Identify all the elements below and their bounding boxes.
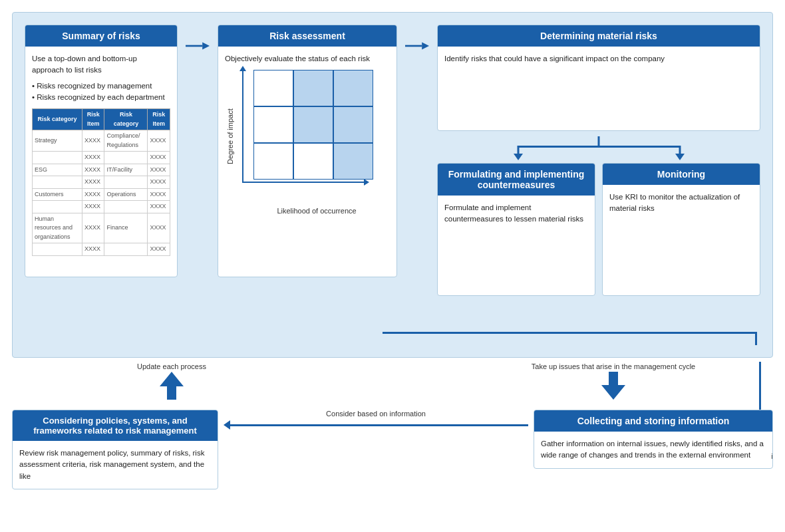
collecting-body: Gather information on internal issues, n… [534, 432, 772, 468]
bottom-bar-container [25, 332, 760, 345]
summary-intro: Use a top-down and bottom-up approach to… [32, 53, 170, 76]
determining-desc: Identify risks that could have a signifi… [444, 53, 753, 65]
cell-2-3 [333, 106, 373, 143]
svg-marker-3 [422, 43, 429, 50]
summary-bullets: Risks recognized by management Risks rec… [32, 80, 170, 104]
up-arrow-stem-big [167, 386, 176, 400]
cell-1-2 [293, 70, 333, 106]
determining-header: Determining material risks [438, 25, 760, 47]
svg-marker-1 [202, 43, 210, 50]
transition-section: Update each process Take up issues that … [12, 358, 773, 404]
takeup-arrow-section: Take up issues that arise in the managem… [514, 362, 713, 400]
down-arrow-stem-big [609, 372, 618, 385]
left-arrow-head [224, 420, 230, 430]
split-left-arrow-head [514, 154, 523, 160]
split-right-arrow-head [675, 154, 685, 160]
monitoring-box: Monitoring Use KRI to monitor the actual… [602, 163, 760, 296]
table-row: Human resources and organizationsXXXXFin… [33, 213, 170, 243]
bullet-2: Risks recognized by each department [32, 92, 170, 103]
update-arrow-section: Update each process [78, 362, 265, 400]
cell-3-2 [293, 143, 333, 180]
determining-body: Identify risks that could have a signifi… [438, 47, 760, 71]
monitoring-desc: Use KRI to monitor the actualization of … [609, 192, 753, 215]
right-lower-boxes: Formulating and implementing countermeas… [437, 163, 760, 296]
determining-box: Determining material risks Identify risk… [437, 25, 760, 131]
consider-label: Consider based on information [326, 410, 426, 418]
arrow-summary-to-assessment [186, 38, 210, 54]
left-arrow-stem [230, 424, 528, 426]
countermeasures-desc: Formulate and implement countermeasures … [444, 202, 588, 225]
right-vbar-connect [759, 362, 761, 410]
summary-header: Summary of risks [25, 25, 177, 47]
consider-arrow-section: Consider based on information [218, 410, 534, 430]
table-row: XXXXXXXX [33, 152, 170, 164]
countermeasures-header: Formulating and implementing countermeas… [438, 164, 595, 196]
split-bar-h [518, 146, 680, 148]
external-info-section: Pick up external information [764, 417, 773, 460]
monitoring-body: Use KRI to monitor the actualization of … [603, 185, 760, 221]
policies-body: Review risk management policy, summary o… [13, 441, 218, 489]
policies-box: Considering policies, systems, and frame… [12, 410, 218, 489]
summary-box: Summary of risks Use a top-down and bott… [25, 25, 178, 277]
monitoring-header: Monitoring [603, 164, 760, 185]
th-1: Risk category [33, 109, 82, 130]
top-flow-row: Summary of risks Use a top-down and bott… [25, 25, 760, 327]
risk-assessment-desc: Objectively evaluate the status of each … [225, 53, 390, 65]
risk-assessment-body: Objectively evaluate the status of each … [218, 47, 396, 227]
cell-2-1 [253, 106, 293, 143]
summary-body: Use a top-down and bottom-up approach to… [25, 47, 177, 263]
table-row: CustomersXXXXOperationsXXXX [33, 188, 170, 201]
cell-2-2 [293, 106, 333, 143]
axis-x-label: Likelihood of occurrence [243, 203, 390, 217]
cell-1-1 [253, 70, 293, 106]
bullet-1: Risks recognized by management [32, 80, 170, 92]
pickup-label: Pick up external information [764, 438, 773, 460]
risk-assessment-header: Risk assessment [218, 25, 396, 47]
axis-y-label: Degree of impact [225, 83, 236, 190]
update-label: Update each process [137, 362, 206, 370]
collecting-header: Collecting and storing information [534, 410, 772, 432]
cell-3-1 [253, 143, 293, 180]
table-row: XXXXXXXX [33, 176, 170, 189]
cell-1-3 [333, 70, 373, 106]
takeup-label: Take up issues that arise in the managem… [532, 362, 695, 370]
cell-3-3 [333, 143, 373, 180]
collecting-box: Collecting and storing information Gathe… [534, 410, 773, 469]
matrix-grid [253, 70, 373, 180]
risk-assessment-box: Risk assessment Objectively evaluate the… [218, 25, 397, 277]
down-arrow-head-big [601, 385, 625, 400]
countermeasures-box: Formulating and implementing countermeas… [437, 163, 595, 296]
matrix-grid-area [243, 70, 383, 193]
collecting-desc: Gather information on internal issues, n… [541, 438, 766, 462]
down-arrow-big [601, 372, 625, 400]
page-container: Summary of risks Use a top-down and bott… [0, 0, 785, 532]
th-4: Risk Item [148, 109, 170, 130]
countermeasures-body: Formulate and implement countermeasures … [438, 196, 595, 232]
table-row: XXXXXXXX [33, 201, 170, 213]
up-arrow-head-big [160, 372, 184, 386]
table-row: XXXXXXXX [33, 243, 170, 256]
matrix-chart: Degree of impact [225, 70, 390, 216]
v-bar-right-down [755, 332, 757, 345]
right-column: Determining material risks Identify risk… [437, 25, 760, 296]
h-bar-right [383, 332, 757, 334]
up-arrow-big [160, 372, 184, 400]
summary-table: Risk category Risk Item Risk category Ri… [32, 108, 170, 256]
split-arrow-container [437, 136, 760, 158]
th-3: Risk category [104, 109, 148, 130]
table-row: StrategyXXXXCompliance/ RegulationsXXXX [33, 130, 170, 152]
table-row: ESGXXXXIT/FacilityXXXX [33, 164, 170, 176]
th-2: Risk Item [82, 109, 104, 130]
left-arrow-row [224, 420, 528, 430]
policies-header: Considering policies, systems, and frame… [13, 410, 218, 441]
top-region: Summary of risks Use a top-down and bott… [12, 12, 773, 358]
bottom-region: Considering policies, systems, and frame… [12, 410, 773, 489]
arrow-assessment-to-determining [405, 38, 429, 54]
right-top-dot [759, 362, 761, 364]
policies-desc: Review risk management policy, summary o… [19, 448, 211, 482]
